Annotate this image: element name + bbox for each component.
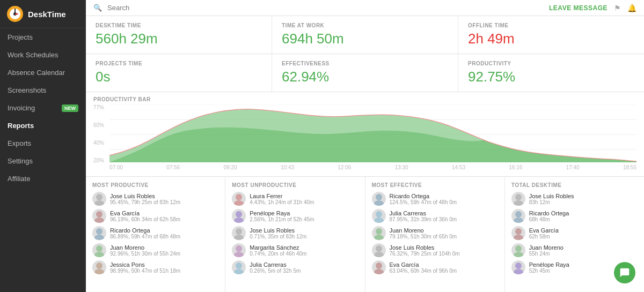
stat-value: 560h 29m bbox=[96, 31, 262, 47]
person-info: Penélope Raya 52h 45m bbox=[529, 261, 569, 274]
sidebar-item-invoicing[interactable]: Invoicing NEW bbox=[0, 99, 86, 117]
person-stats: 98.99%, 50h 47m of 51h 18m bbox=[110, 268, 180, 274]
person-info: Margarita Sánchez 0.74%, 20m of 46h 40m bbox=[250, 244, 306, 257]
stat-offline-time: OFFLINE TIME 2h 49m bbox=[458, 16, 644, 54]
chart-svg-area bbox=[109, 104, 636, 163]
sidebar-item-label: Settings bbox=[8, 157, 33, 165]
svg-point-32 bbox=[374, 218, 384, 223]
list-item: Juan Moreno 92.96%, 51h 30m of 55h 24m bbox=[92, 243, 218, 257]
person-name: Julia Carreras bbox=[390, 210, 457, 216]
person-stats: 92.96%, 51h 30m of 55h 24m bbox=[110, 251, 180, 257]
search-icon: 🔍 bbox=[93, 4, 102, 12]
sidebar-logo: DeskTime bbox=[0, 0, 86, 28]
person-stats: 63.04%, 60h 34m of 96h 0m bbox=[390, 268, 457, 274]
person-name: Juan Moreno bbox=[110, 244, 180, 251]
sidebar: DeskTime Projects Work Schedules Absence… bbox=[0, 0, 86, 292]
person-stats: 68h 48m bbox=[529, 216, 569, 222]
avatar bbox=[92, 209, 106, 223]
sidebar-item-screenshots[interactable]: Screenshots bbox=[0, 81, 86, 99]
stat-label: EFFECTIVENESS bbox=[282, 61, 448, 66]
person-stats: 62h 58m bbox=[529, 234, 559, 239]
svg-point-36 bbox=[374, 252, 384, 257]
leave-message-button[interactable]: LEAVE MESSAGE bbox=[549, 4, 608, 12]
svg-point-46 bbox=[514, 252, 523, 257]
svg-point-26 bbox=[234, 252, 244, 257]
person-name: Penélope Raya bbox=[250, 210, 314, 216]
list-item: Jose Luis Robles 83h 12m bbox=[511, 192, 638, 206]
svg-point-33 bbox=[376, 228, 382, 235]
chart-y-axis: 77% 60% 40% 20% bbox=[93, 104, 108, 163]
list-item: Penélope Raya 2.56%, 1h 21m of 52h 45m bbox=[232, 209, 358, 223]
stat-productivity: PRODUCTIVITY 92.75% bbox=[458, 54, 644, 92]
flag-icon[interactable]: ⚑ bbox=[614, 4, 621, 12]
svg-point-47 bbox=[515, 263, 522, 269]
stat-label: OFFLINE TIME bbox=[468, 23, 634, 28]
sidebar-item-label: Affiliate bbox=[8, 175, 30, 183]
svg-point-27 bbox=[236, 263, 242, 269]
most-effective-panel: MOST EFFECTIVE Ricardo Ortega 124.5%, 59… bbox=[365, 177, 505, 292]
person-name: Ricardo Ortega bbox=[390, 193, 457, 199]
search-input[interactable] bbox=[107, 4, 204, 12]
most-unproductive-panel: MOST UNPRODUCTIVE Laura Ferrer 4.43%, 1h… bbox=[225, 177, 365, 292]
chart-x-axis: 07:00 07:56 09:20 10:43 12:06 13:30 14:5… bbox=[109, 164, 636, 174]
list-item: Ricardo Ortega 86.89%, 59h 47m of 68h 48… bbox=[92, 226, 218, 240]
svg-point-14 bbox=[94, 235, 104, 240]
avatar bbox=[511, 192, 525, 206]
x-label: 18:55 bbox=[623, 164, 636, 174]
svg-point-24 bbox=[234, 235, 244, 240]
avatar bbox=[232, 260, 246, 274]
person-name: Jessica Pons bbox=[110, 261, 180, 268]
stat-value: 2h 49m bbox=[468, 31, 634, 47]
svg-point-25 bbox=[236, 245, 242, 252]
list-item: Ricardo Ortega 124.5%, 59h 47m of 48h 0m bbox=[372, 192, 498, 206]
svg-point-15 bbox=[96, 245, 103, 252]
stat-value: 62.94% bbox=[282, 69, 448, 85]
stat-label: TIME AT WORK bbox=[282, 23, 448, 28]
sidebar-item-absence-calendar[interactable]: Absence Calendar bbox=[0, 64, 86, 81]
sidebar-item-label: Screenshots bbox=[8, 86, 46, 94]
person-name: Jose Luis Robles bbox=[390, 244, 460, 251]
person-info: Jose Luis Robles 0.71%, 35m of 83h 12m bbox=[250, 227, 306, 239]
sidebar-item-label: Work Schedules bbox=[8, 51, 58, 59]
x-label: 09:20 bbox=[224, 164, 237, 174]
person-info: Penélope Raya 2.56%, 1h 21m of 52h 45m bbox=[250, 210, 314, 222]
chat-button[interactable] bbox=[614, 262, 635, 283]
person-name: Margarita Sánchez bbox=[250, 244, 306, 251]
person-stats: 52h 45m bbox=[529, 268, 569, 274]
sidebar-item-settings[interactable]: Settings bbox=[0, 152, 86, 170]
stat-value: 0s bbox=[96, 69, 262, 85]
list-title: TOTAL DESKTIME bbox=[511, 182, 638, 188]
person-info: Ricardo Ortega 68h 48m bbox=[529, 210, 569, 222]
svg-point-17 bbox=[96, 263, 103, 269]
svg-point-19 bbox=[236, 194, 242, 200]
svg-point-42 bbox=[514, 218, 523, 223]
svg-point-28 bbox=[234, 269, 244, 274]
most-productive-panel: MOST PRODUCTIVE Jose Luis Robles 95.45%,… bbox=[86, 177, 225, 292]
sidebar-item-affiliate[interactable]: Affiliate bbox=[0, 170, 86, 188]
person-info: Jose Luis Robles 83h 12m bbox=[529, 193, 574, 205]
sidebar-item-work-schedules[interactable]: Work Schedules bbox=[0, 46, 86, 64]
sidebar-item-projects[interactable]: Projects bbox=[0, 28, 86, 46]
sidebar-item-label: Projects bbox=[8, 33, 33, 41]
person-stats: 87.95%, 31h 39m of 36h 0m bbox=[390, 216, 457, 222]
topbar-right: LEAVE MESSAGE ⚑ 🔔 bbox=[549, 4, 636, 12]
stats-row-1: DESKTIME TIME 560h 29m TIME AT WORK 694h… bbox=[86, 16, 644, 54]
svg-point-35 bbox=[376, 245, 382, 252]
y-label: 77% bbox=[93, 104, 108, 110]
person-name: Ricardo Ortega bbox=[110, 227, 180, 234]
person-name: Jose Luis Robles bbox=[529, 193, 574, 199]
y-label: 40% bbox=[93, 140, 108, 146]
x-label: 07:56 bbox=[166, 164, 180, 174]
svg-point-43 bbox=[515, 228, 522, 235]
notification-icon[interactable]: 🔔 bbox=[627, 4, 636, 12]
stat-value: 694h 50m bbox=[282, 31, 448, 47]
avatar bbox=[232, 192, 246, 206]
x-label: 10:43 bbox=[281, 164, 294, 174]
svg-point-12 bbox=[94, 218, 104, 223]
sidebar-item-reports[interactable]: Reports bbox=[0, 117, 86, 134]
list-item: Jose Luis Robles 0.71%, 35m of 83h 12m bbox=[232, 226, 358, 240]
avatar bbox=[372, 209, 386, 223]
sidebar-item-exports[interactable]: Exports bbox=[0, 134, 86, 152]
person-info: Jose Luis Robles 76.32%, 79h 25m of 104h… bbox=[390, 244, 460, 257]
avatar bbox=[372, 243, 386, 257]
